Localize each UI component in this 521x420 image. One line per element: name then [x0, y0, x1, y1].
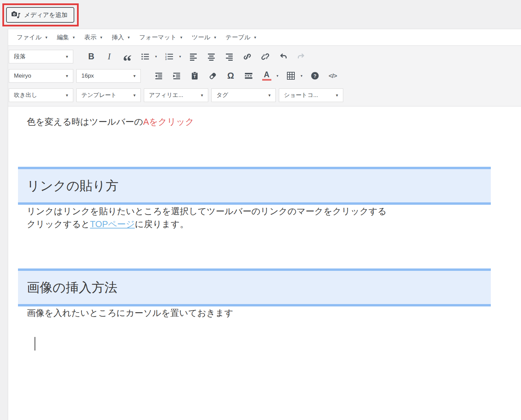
menu-tools[interactable]: ツール ▼ [187, 29, 221, 45]
chevron-down-icon: ▼ [100, 36, 103, 39]
table-button[interactable] [283, 69, 298, 83]
chevron-down-icon: ▼ [133, 74, 136, 78]
chevron-down-icon: ▼ [72, 36, 76, 39]
align-right-icon [225, 53, 233, 61]
heading-image-insert: 画像の挿入方法 [18, 268, 491, 306]
chevron-down-icon: ▼ [276, 74, 279, 78]
chevron-down-icon: ▼ [300, 74, 303, 78]
link-icon [243, 52, 252, 61]
numbered-list-button[interactable]: 1 2 3 [161, 50, 177, 63]
text-color-button[interactable]: A [259, 69, 274, 83]
outdent-icon [155, 72, 163, 80]
align-left-icon [189, 53, 197, 61]
undo-icon [279, 52, 288, 61]
read-more-button[interactable] [241, 69, 256, 83]
menu-format[interactable]: フォーマット ▼ [135, 29, 187, 45]
chevron-down-icon: ▼ [65, 74, 69, 78]
paragraph-image-instruction: 画像を入れたいところにカーソルを置いておきます [8, 306, 521, 319]
toolbar-row-1: 段落 ▼ B I “ ▼ [8, 47, 521, 66]
wordpress-visual-editor: ファイル ▼ 編集 ▼ 表示 ▼ 挿入 ▼ フォーマット ▼ ツール ▼ テーブ… [8, 29, 521, 420]
eraser-icon [208, 72, 217, 80]
template-select[interactable]: テンプレート ▼ [76, 88, 141, 102]
indent-button[interactable] [169, 69, 185, 83]
numbered-list-icon: 1 2 3 [165, 53, 173, 61]
chevron-down-icon: ▼ [127, 36, 130, 39]
numbered-list-dropdown[interactable]: ▼ [176, 50, 184, 63]
speech-bubble-select[interactable]: 吹き出し ▼ [9, 88, 73, 102]
tag-select[interactable]: タグ ▼ [211, 88, 276, 102]
redo-button[interactable] [293, 50, 309, 63]
red-highlight-text: Aをクリック [143, 117, 194, 127]
svg-text:3: 3 [165, 58, 167, 61]
code-icon: </> [329, 72, 337, 80]
bullet-list-dropdown[interactable]: ▼ [152, 50, 160, 63]
help-button[interactable]: ? [307, 69, 323, 83]
page-break-icon [245, 72, 253, 80]
menu-view[interactable]: 表示 ▼ [80, 29, 108, 45]
text-color-dropdown[interactable]: ▼ [274, 69, 281, 83]
clear-formatting-button[interactable] [205, 69, 220, 83]
chevron-down-icon: ▼ [133, 93, 136, 97]
chevron-down-icon: ▼ [253, 36, 257, 39]
menu-table[interactable]: テーブル ▼ [221, 29, 261, 45]
source-code-button[interactable]: </> [325, 69, 341, 83]
chevron-down-icon: ▼ [335, 93, 339, 97]
table-dropdown[interactable]: ▼ [298, 69, 305, 83]
menu-edit[interactable]: 編集 ▼ [53, 29, 80, 45]
align-left-button[interactable] [186, 50, 201, 63]
heading-link-howto: リンクの貼り方 [18, 167, 491, 205]
svg-text:?: ? [313, 73, 316, 79]
color-swatch [262, 79, 271, 81]
redo-icon [297, 52, 306, 61]
menu-insert[interactable]: 挿入 ▼ [107, 29, 135, 45]
text-color-icon: A [262, 71, 271, 81]
omega-icon: Ω [227, 71, 234, 81]
indent-icon [173, 72, 181, 80]
menu-file[interactable]: ファイル ▼ [12, 29, 53, 45]
bold-button[interactable]: B [83, 50, 99, 63]
insert-link-button[interactable] [239, 50, 255, 63]
highlight-box: メディアを追加 [2, 3, 79, 26]
font-size-select[interactable]: 16px ▼ [76, 69, 141, 83]
bullet-list-button[interactable] [137, 50, 153, 63]
svg-text:T: T [193, 74, 196, 79]
add-media-label: メディアを追加 [24, 11, 67, 19]
editor-toolbars: 段落 ▼ B I “ ▼ [8, 45, 521, 106]
help-icon: ? [311, 72, 319, 80]
blockquote-icon: “ [123, 60, 132, 63]
toolbar-row-3: 吹き出し ▼ テンプレート ▼ アフィリエ... ▼ タグ ▼ ショートコ...… [8, 85, 521, 105]
editor-menubar: ファイル ▼ 編集 ▼ 表示 ▼ 挿入 ▼ フォーマット ▼ ツール ▼ テーブ… [8, 29, 521, 45]
remove-link-button[interactable] [257, 50, 273, 63]
outdent-button[interactable] [151, 69, 167, 83]
chevron-down-icon: ▼ [45, 36, 48, 39]
paste-text-icon: T [191, 72, 199, 80]
text-cursor [35, 337, 35, 351]
paste-as-text-button[interactable]: T [187, 69, 202, 83]
chevron-down-icon: ▼ [65, 93, 69, 97]
chevron-down-icon: ▼ [155, 55, 158, 58]
unlink-icon [261, 52, 270, 61]
special-character-button[interactable]: Ω [223, 69, 238, 83]
align-center-button[interactable] [204, 50, 219, 63]
paragraph-color-instruction: 色を変える時はツールバーのAをクリック [8, 115, 521, 128]
chevron-down-icon: ▼ [213, 36, 217, 39]
affiliate-select[interactable]: アフィリエ... ▼ [144, 88, 208, 102]
chevron-down-icon: ▼ [65, 55, 69, 59]
italic-button[interactable]: I [101, 50, 117, 63]
paragraph-link-example: クリックするとTOPページに戻ります。 [8, 218, 521, 231]
editor-content-area[interactable]: 色を変える時はツールバーのAをクリック リンクの貼り方 リンクはリンクを貼りたい… [8, 106, 521, 398]
italic-icon: I [108, 52, 111, 61]
chevron-down-icon: ▼ [179, 36, 183, 39]
chevron-down-icon: ▼ [200, 93, 204, 97]
blockquote-button[interactable]: “ [119, 50, 135, 63]
shortcode-select[interactable]: ショートコ... ▼ [279, 88, 343, 102]
font-family-select[interactable]: Meiryo ▼ [9, 69, 73, 83]
align-right-button[interactable] [221, 50, 237, 63]
toolbar-row-2: Meiryo ▼ 16px ▼ [8, 66, 521, 85]
add-media-button[interactable]: メディアを追加 [6, 7, 74, 23]
align-center-icon [207, 53, 215, 61]
media-camera-note-icon [12, 11, 20, 19]
undo-button[interactable] [275, 50, 291, 63]
top-page-link[interactable]: TOPページ [90, 219, 135, 229]
paragraph-format-select[interactable]: 段落 ▼ [9, 50, 73, 63]
